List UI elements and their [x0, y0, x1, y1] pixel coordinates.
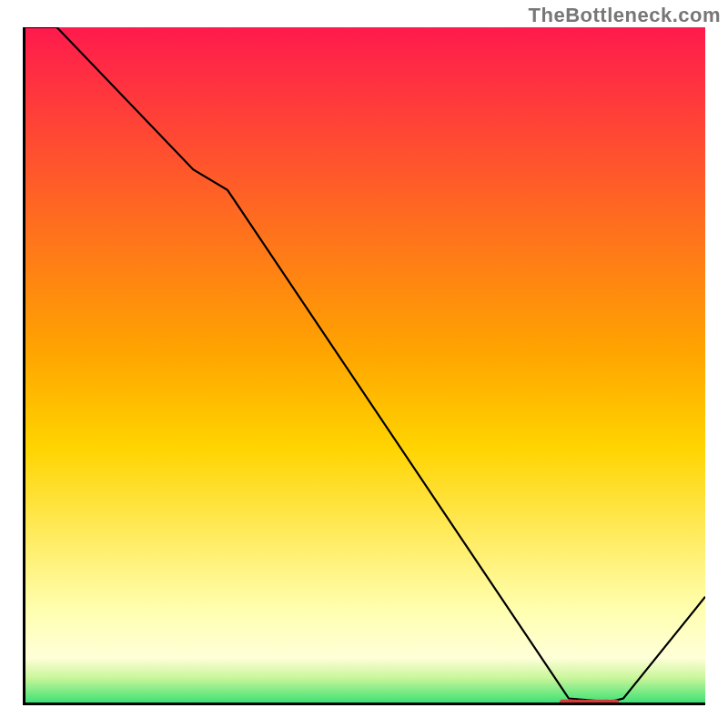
plot-area — [23, 27, 705, 705]
chart-svg — [23, 27, 705, 705]
gradient-background — [23, 27, 705, 705]
watermark-text: TheBottleneck.com — [529, 4, 721, 27]
chart-stage: TheBottleneck.com — [0, 0, 728, 728]
